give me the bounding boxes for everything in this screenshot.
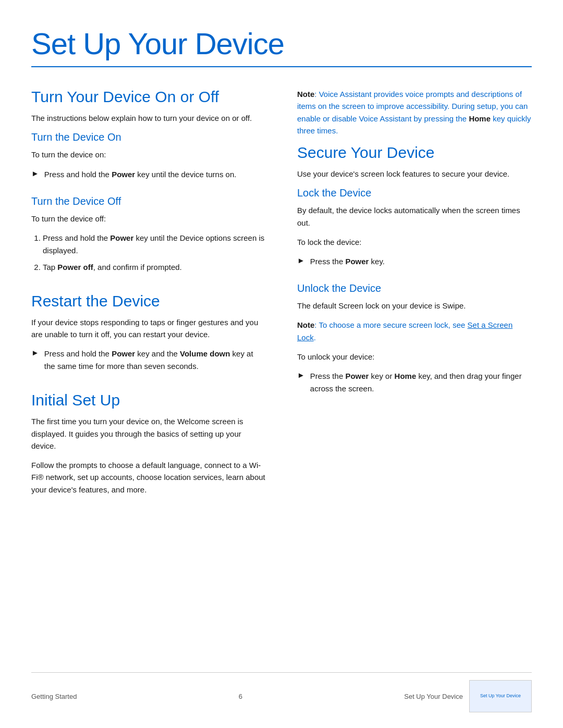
section-initial-setup: Initial Set Up The first time you turn y… <box>31 391 266 496</box>
turn-on-off-intro: The instructions below explain how to tu… <box>31 112 266 124</box>
heading-unlock: Unlock the Device <box>297 282 532 294</box>
footer-right-label: Set Up Your Device <box>404 693 463 700</box>
restart-intro: If your device stops responding to taps … <box>31 316 266 341</box>
unlock-instruction: Press the Power key or Home key, and the… <box>310 370 532 395</box>
subsection-turn-on: Turn the Device On To turn the device on… <box>31 131 266 180</box>
turn-off-step1: Press and hold the Power key until the D… <box>43 232 266 257</box>
lock-para2: To lock the device: <box>297 236 532 248</box>
heading-restart: Restart the Device <box>31 292 266 310</box>
unlock-note: Note: To choose a more secure screen loc… <box>297 319 532 343</box>
title-divider <box>31 66 532 67</box>
unlock-bullet: ► Press the Power key or Home key, and t… <box>297 370 532 395</box>
subsection-turn-off: Turn the Device Off To turn the device o… <box>31 195 266 274</box>
subsection-lock: Lock the Device By default, the device l… <box>297 187 532 268</box>
turn-off-step2: Tap Power off, and confirm if prompted. <box>43 261 266 274</box>
page-thumbnail: Set Up Your Device <box>469 680 532 712</box>
two-column-layout: Turn Your Device On or Off The instructi… <box>31 88 532 514</box>
initial-setup-para2: Follow the prompts to choose a default l… <box>31 459 266 496</box>
section-secure-device: Secure Your Device Use your device's scr… <box>297 144 532 395</box>
page-container: Set Up Your Device Turn Your Device On o… <box>0 0 563 728</box>
bullet-arrow-restart-icon: ► <box>31 348 39 357</box>
initial-setup-para1: The first time you turn your device on, … <box>31 415 266 452</box>
section-turn-on-off: Turn Your Device On or Off The instructi… <box>31 88 266 274</box>
heading-lock: Lock the Device <box>297 187 532 199</box>
restart-bullet: ► Press and hold the Power key and the V… <box>31 348 266 373</box>
bullet-arrow-unlock-icon: ► <box>297 371 305 379</box>
heading-turn-on: Turn the Device On <box>31 131 266 143</box>
unlock-para2: To unlock your device: <box>297 351 532 363</box>
turn-off-intro: To turn the device off: <box>31 213 266 225</box>
unlock-para1: The default Screen lock on your device i… <box>297 300 532 312</box>
lock-para1: By default, the device locks automatical… <box>297 204 532 229</box>
heading-turn-on-off: Turn Your Device On or Off <box>31 88 266 106</box>
heading-secure-device: Secure Your Device <box>297 144 532 162</box>
lock-instruction: Press the Power key. <box>310 255 385 268</box>
turn-on-bullet: ► Press and hold the Power key until the… <box>31 168 266 181</box>
footer-left-label: Getting Started <box>31 693 77 700</box>
heading-initial-setup: Initial Set Up <box>31 391 266 409</box>
page-footer: Getting Started 6 Set Up Your Device Set… <box>31 672 532 712</box>
left-column: Turn Your Device On or Off The instructi… <box>31 88 266 514</box>
subsection-unlock: Unlock the Device The default Screen loc… <box>297 282 532 395</box>
lock-bullet: ► Press the Power key. <box>297 255 532 268</box>
voice-assistant-note: Note: Voice Assistant provides voice pro… <box>297 88 532 137</box>
restart-instruction: Press and hold the Power key and the Vol… <box>44 348 266 373</box>
turn-off-steps: Press and hold the Power key until the D… <box>31 232 266 274</box>
turn-on-instruction: Press and hold the Power key until the d… <box>44 168 237 181</box>
page-title: Set Up Your Device <box>31 26 532 61</box>
section-restart: Restart the Device If your device stops … <box>31 292 266 373</box>
footer-page-number: 6 <box>239 693 242 700</box>
bullet-arrow-lock-icon: ► <box>297 256 305 265</box>
bullet-arrow-icon: ► <box>31 169 39 178</box>
turn-on-intro: To turn the device on: <box>31 149 266 161</box>
right-column: Note: Voice Assistant provides voice pro… <box>297 88 532 514</box>
secure-device-intro: Use your device's screen lock features t… <box>297 168 532 180</box>
footer-right-section: Set Up Your Device Set Up Your Device <box>404 680 532 712</box>
heading-turn-off: Turn the Device Off <box>31 195 266 207</box>
